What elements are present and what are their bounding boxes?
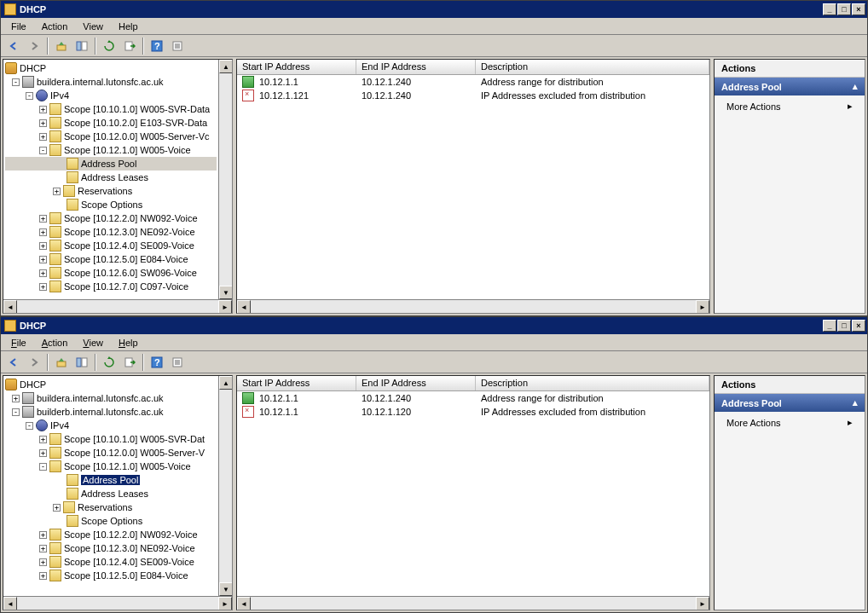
tree-reservations[interactable]: +Reservations	[5, 184, 217, 198]
tree-scope[interactable]: +Scope [10.10.1.0] W005-SVR-Dat	[5, 432, 217, 446]
collapse-icon[interactable]: -	[12, 78, 20, 86]
maximize-button[interactable]: □	[837, 320, 851, 332]
expand-icon[interactable]: +	[53, 504, 61, 512]
close-button[interactable]: ×	[852, 320, 865, 332]
tree-scope[interactable]: +Scope [10.10.2.0] E103-SVR-Data	[5, 116, 217, 130]
forward-button[interactable]	[25, 37, 43, 55]
scroll-left-icon[interactable]: ◄	[3, 300, 17, 314]
list-row[interactable]: 10.12.1.1 10.12.1.240 Address range for …	[237, 75, 709, 89]
tree-vscroll[interactable]: ▲▼	[218, 376, 232, 596]
tree-hscroll[interactable]: ◄►	[3, 596, 232, 610]
expand-icon[interactable]: +	[39, 119, 47, 127]
tree-server[interactable]: -buildera.internal.lutonsfc.ac.uk	[5, 75, 217, 89]
tree-scope[interactable]: +Scope [10.12.4.0] SE009-Voice	[5, 555, 217, 569]
expand-icon[interactable]: +	[39, 133, 47, 141]
tree-scope[interactable]: +Scope [10.12.3.0] NE092-Voice	[5, 541, 217, 555]
tree-server[interactable]: -builderb.internal.lutonsfc.ac.uk	[5, 405, 217, 419]
menu-help[interactable]: Help	[112, 20, 145, 33]
up-button[interactable]	[52, 37, 71, 55]
titlebar[interactable]: DHCP _ □ ×	[1, 317, 867, 334]
col-end-ip[interactable]: End IP Address	[356, 60, 476, 74]
expand-icon[interactable]: +	[39, 572, 47, 580]
tree-reservations[interactable]: +Reservations	[5, 500, 217, 514]
expand-icon[interactable]: +	[39, 558, 47, 566]
col-end-ip[interactable]: End IP Address	[356, 376, 476, 390]
properties-button[interactable]	[168, 37, 187, 55]
menu-file[interactable]: File	[4, 20, 33, 33]
tree-scope-expanded[interactable]: -Scope [10.12.1.0] W005-Voice	[5, 460, 217, 473]
refresh-button[interactable]	[100, 353, 119, 372]
show-hide-tree-button[interactable]	[72, 37, 91, 55]
collapse-icon[interactable]: -	[39, 463, 47, 471]
list-row[interactable]: 10.12.1.1 10.12.1.240 Address range for …	[237, 391, 709, 405]
tree-scope[interactable]: +Scope [10.12.7.0] C097-Voice	[5, 280, 217, 293]
more-actions-item[interactable]: More Actions▸	[715, 95, 865, 117]
titlebar[interactable]: DHCP _ □ ×	[1, 1, 867, 18]
tree-hscroll[interactable]: ◄►	[3, 299, 232, 313]
scroll-right-icon[interactable]: ►	[696, 300, 709, 314]
minimize-button[interactable]: _	[823, 320, 836, 332]
col-description[interactable]: Description	[476, 376, 709, 390]
col-start-ip[interactable]: Start IP Address	[237, 60, 356, 74]
expand-icon[interactable]: +	[39, 531, 47, 539]
expand-icon[interactable]: +	[39, 256, 47, 263]
list-row[interactable]: 10.12.1.121 10.12.1.240 IP Addresses exc…	[237, 89, 709, 102]
minimize-button[interactable]: _	[823, 3, 836, 15]
col-description[interactable]: Description	[476, 60, 709, 74]
menu-action[interactable]: Action	[35, 20, 75, 33]
tree-scope[interactable]: +Scope [10.12.2.0] NW092-Voice	[5, 211, 217, 225]
scroll-up-icon[interactable]: ▲	[219, 376, 232, 390]
tree-scope[interactable]: +Scope [10.12.3.0] NE092-Voice	[5, 225, 217, 239]
expand-icon[interactable]: +	[39, 106, 47, 113]
collapse-icon[interactable]: -	[39, 147, 47, 154]
actions-section[interactable]: Address Pool▴	[715, 78, 865, 95]
list-body[interactable]: 10.12.1.1 10.12.1.240 Address range for …	[237, 75, 709, 299]
scroll-down-icon[interactable]: ▼	[219, 582, 232, 596]
tree-scope[interactable]: +Scope [10.12.6.0] SW096-Voice	[5, 266, 217, 280]
tree-address-pool[interactable]: Address Pool	[5, 473, 217, 487]
export-button[interactable]	[120, 353, 139, 372]
menu-view[interactable]: View	[76, 20, 110, 33]
expand-icon[interactable]: +	[53, 188, 61, 195]
expand-icon[interactable]: +	[39, 215, 47, 223]
help-button[interactable]: ?	[148, 37, 166, 55]
menu-help[interactable]: Help	[112, 336, 145, 350]
tree-server[interactable]: +buildera.internal.lutonsfc.ac.uk	[5, 391, 217, 405]
scroll-left-icon[interactable]: ◄	[237, 597, 251, 610]
tree-scope-options[interactable]: Scope Options	[5, 198, 217, 211]
tree-scope[interactable]: +Scope [10.12.5.0] E084-Voice	[5, 252, 217, 266]
tree-scope[interactable]: +Scope [10.12.0.0] W005-Server-Vc	[5, 130, 217, 143]
back-button[interactable]	[4, 353, 23, 372]
refresh-button[interactable]	[100, 37, 119, 55]
tree-address-pool[interactable]: Address Pool	[5, 157, 217, 171]
actions-section[interactable]: Address Pool▴	[715, 394, 865, 412]
tree-address-leases[interactable]: Address Leases	[5, 487, 217, 500]
help-button[interactable]: ?	[148, 353, 166, 372]
tree-root[interactable]: DHCP	[5, 378, 217, 391]
tree-scope[interactable]: +Scope [10.12.2.0] NW092-Voice	[5, 528, 217, 541]
list-hscroll[interactable]: ◄►	[237, 299, 709, 313]
tree-scope-expanded[interactable]: -Scope [10.12.1.0] W005-Voice	[5, 143, 217, 157]
expand-icon[interactable]: +	[12, 395, 20, 402]
expand-icon[interactable]: +	[39, 283, 47, 291]
menu-view[interactable]: View	[76, 336, 110, 350]
close-button[interactable]: ×	[852, 3, 865, 15]
expand-icon[interactable]: +	[39, 436, 47, 443]
up-button[interactable]	[52, 353, 71, 372]
collapse-icon[interactable]: -	[26, 92, 33, 100]
more-actions-item[interactable]: More Actions▸	[715, 412, 865, 433]
collapse-icon[interactable]: -	[26, 422, 33, 430]
tree-scope[interactable]: +Scope [10.12.5.0] E084-Voice	[5, 569, 217, 582]
tree-ipv4[interactable]: -IPv4	[5, 89, 217, 102]
scroll-right-icon[interactable]: ►	[218, 300, 232, 314]
list-hscroll[interactable]: ◄►	[237, 596, 709, 610]
expand-icon[interactable]: +	[39, 545, 47, 552]
scroll-left-icon[interactable]: ◄	[3, 597, 17, 610]
back-button[interactable]	[4, 37, 23, 55]
tree-scope[interactable]: +Scope [10.12.4.0] SE009-Voice	[5, 239, 217, 252]
expand-icon[interactable]: +	[39, 449, 47, 457]
collapse-icon[interactable]: -	[12, 408, 20, 416]
forward-button[interactable]	[25, 353, 43, 372]
expand-icon[interactable]: +	[39, 269, 47, 277]
scroll-right-icon[interactable]: ►	[696, 597, 709, 610]
